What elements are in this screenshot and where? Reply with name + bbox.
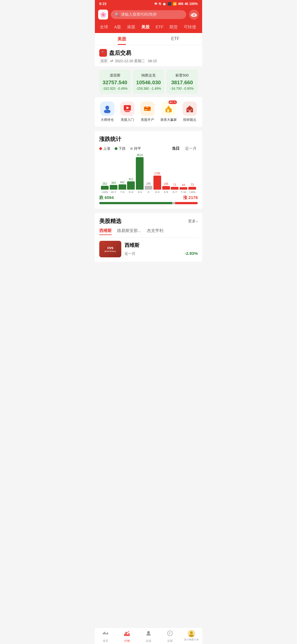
wifi-icon: 466 xyxy=(178,2,183,6)
bar-label: 7~5 xyxy=(120,191,124,193)
status-bar: 8:15 👁 N ⏰ ⬛ 📶 466 46 100% xyxy=(95,0,202,7)
nav-tab-us[interactable]: 美股 xyxy=(139,23,152,31)
period-today[interactable]: 当日 xyxy=(171,146,181,152)
rise-dot xyxy=(99,147,102,150)
bar-label: >10% xyxy=(189,191,195,193)
bar-count: 73 xyxy=(191,183,194,186)
bar-label: 0 xyxy=(148,191,149,193)
bar-group-0~3: 1795 0~3 xyxy=(153,172,162,193)
bar-count: 912 xyxy=(129,178,133,181)
bar-rect xyxy=(119,184,126,190)
svg-point-9 xyxy=(104,110,111,113)
stats-legend: 上涨 下跌 持平 当日 近一月 xyxy=(99,146,198,152)
robot-button[interactable] xyxy=(189,10,199,20)
index-dow[interactable]: 道琼斯 32757.540 -162.920 -0.49% xyxy=(99,70,131,94)
featured-header: 美股精选 更多 › xyxy=(99,217,198,225)
status-icons: 👁 N ⏰ ⬛ 📶 466 46 100% xyxy=(154,2,198,6)
bar-rect xyxy=(180,187,187,190)
quick-icon-intro[interactable]: 美股入门 xyxy=(120,102,134,122)
bar-count: 4614 xyxy=(137,154,143,157)
stock-info: 西维斯 近一月 -2.93% xyxy=(125,242,198,256)
nav-tab-a[interactable]: A股 xyxy=(111,23,124,31)
index-nasdaq-change: -159.380 -1.49% xyxy=(136,87,161,91)
progress-flat-bar xyxy=(172,202,175,204)
account-icon: $ xyxy=(140,102,155,116)
stock-thumbnail: cvs pharmacy xyxy=(99,241,121,257)
svg-marker-19 xyxy=(168,105,169,107)
index-nasdaq[interactable]: 纳斯达克 10546.030 -159.380 -1.49% xyxy=(133,70,164,94)
flat-dot xyxy=(130,147,133,150)
alarm-icon: ⏰ xyxy=(162,2,166,6)
bar-rect xyxy=(136,157,144,190)
summary-rise: 涨 2178 xyxy=(183,195,198,200)
period-month[interactable]: 近一月 xyxy=(184,146,198,152)
market-indices: 道琼斯 32757.540 -162.920 -0.49% 纳斯达克 10546… xyxy=(95,66,202,97)
divider-2 xyxy=(95,209,202,211)
index-sp500[interactable]: 标普500 3817.660 -34.700 -0.90% xyxy=(166,70,198,94)
sub-tab-etf[interactable]: ETF xyxy=(148,33,202,45)
nav-tab-global[interactable]: 全球 xyxy=(97,23,111,31)
app-logo[interactable]: 🌸 xyxy=(98,10,108,20)
stock-period: 近一月 xyxy=(125,251,135,256)
nav-tab-other[interactable]: 其他 xyxy=(199,23,202,31)
bar-label: 0~3 xyxy=(155,191,159,193)
nav-tab-etf[interactable]: ETF xyxy=(153,23,166,31)
network-icon: 46 xyxy=(185,2,188,6)
master-icon xyxy=(100,102,114,116)
summary-row: 跌 6594 涨 2178 xyxy=(99,195,198,200)
quick-icon-winner[interactable]: 赢 赢红包 港美大赢家 xyxy=(160,102,177,122)
progress-fall-bar xyxy=(99,202,172,204)
featured-section: 美股精选 更多 › 西维斯 路易斯安那... 杰克亨利 cvs pharmacy… xyxy=(95,213,202,262)
bluetooth-icon: ⬛ xyxy=(167,2,172,6)
search-bar[interactable]: 🔍 请输入股票代码/简拼 xyxy=(111,10,186,19)
bar-label: 3~5 xyxy=(164,191,168,193)
bar-rect xyxy=(127,181,135,190)
sub-tab-us-stock[interactable]: 美股 xyxy=(95,33,148,45)
search-placeholder: 请输入股票代码/简拼 xyxy=(121,12,157,17)
svg-rect-18 xyxy=(167,107,170,109)
bar-rect xyxy=(145,186,152,190)
winner-icon: 赢 赢红包 xyxy=(161,102,176,116)
svg-rect-6 xyxy=(191,14,192,16)
winner-badge: 赢红包 xyxy=(169,100,177,104)
more-link[interactable]: 更多 › xyxy=(188,219,198,224)
bar-label: 5~3 xyxy=(129,191,133,193)
research-label: 投研观点 xyxy=(183,118,196,122)
stock-preview[interactable]: cvs pharmacy 西维斯 近一月 -2.93% xyxy=(99,241,198,257)
bar-count: 245 xyxy=(146,182,151,185)
index-sp500-value: 3817.660 xyxy=(169,80,195,86)
summary-fall: 跌 6594 xyxy=(99,195,114,200)
svg-rect-12 xyxy=(125,111,130,112)
nav-tab-convertible[interactable]: 可转债 xyxy=(181,23,199,31)
svg-marker-22 xyxy=(186,106,193,108)
stats-title: 涨跌统计 xyxy=(99,135,198,143)
quick-icon-master[interactable]: 大师持仓 xyxy=(100,102,114,122)
nav-tab-hk[interactable]: 港股 xyxy=(124,23,138,31)
bar-count: 364 xyxy=(111,181,116,184)
bar-count: 44 xyxy=(182,184,185,187)
svg-rect-2 xyxy=(194,14,195,15)
featured-tab-cvs[interactable]: 西维斯 xyxy=(99,228,112,235)
bar-rect xyxy=(171,187,178,190)
featured-title: 美股精选 xyxy=(99,217,121,225)
featured-tab-jack[interactable]: 杰克亨利 xyxy=(147,228,163,235)
progress-bar xyxy=(99,202,198,204)
featured-tab-louisiana[interactable]: 路易斯安那... xyxy=(117,228,141,235)
logo-flower-icon: 🌸 xyxy=(100,11,107,18)
bar-group->10%: 262 >10% xyxy=(100,182,109,193)
svg-rect-1 xyxy=(193,14,194,15)
search-icon: 🔍 xyxy=(115,12,119,17)
quick-icon-account[interactable]: $ 美股开户 xyxy=(140,102,155,122)
bar-group-3~5: 195 3~5 xyxy=(162,182,170,193)
location-switch-icon[interactable]: ⇄ xyxy=(110,59,113,63)
bar-label: 7~10 xyxy=(181,191,186,193)
progress-rise-bar xyxy=(175,202,198,204)
bar-count: 262 xyxy=(103,182,107,185)
index-sp500-change: -34.700 -0.90% xyxy=(169,87,195,91)
svg-rect-15 xyxy=(145,109,147,110)
svg-rect-25 xyxy=(191,109,192,110)
quick-icon-research[interactable]: 投研观点 xyxy=(183,102,197,122)
main-nav-tabs: 全球 A股 港股 美股 ETF 期货 可转债 其他 xyxy=(95,22,202,33)
index-nasdaq-value: 10546.030 xyxy=(136,80,161,86)
nav-tab-futures[interactable]: 期货 xyxy=(167,23,180,31)
